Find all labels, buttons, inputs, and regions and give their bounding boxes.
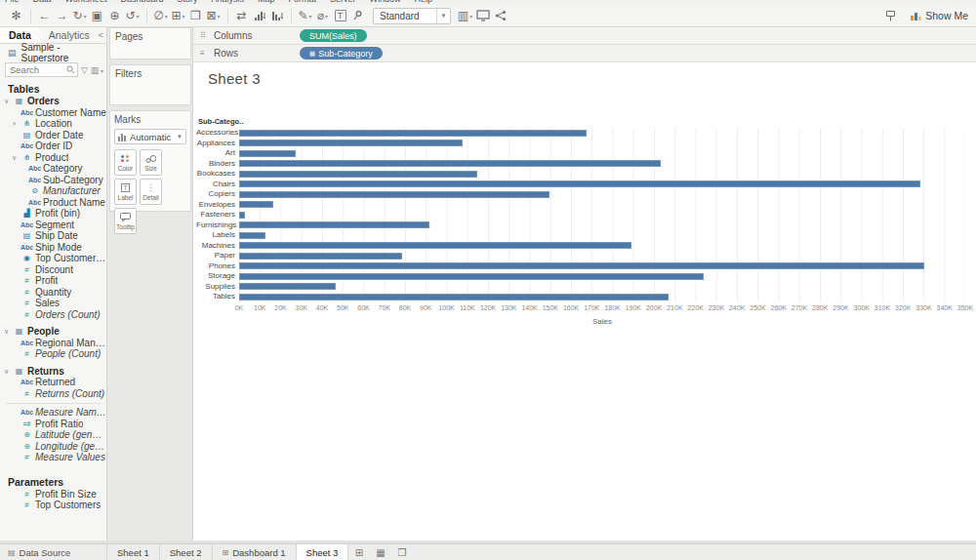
expander-icon[interactable]: v bbox=[2, 368, 11, 375]
tab-sheet-3[interactable]: Sheet 3 bbox=[297, 544, 349, 560]
new-data-source-button[interactable]: ⊕ bbox=[106, 7, 123, 25]
sum-sales-pill[interactable]: SUM(Sales) bbox=[300, 29, 367, 42]
bar-machines[interactable] bbox=[239, 242, 631, 249]
field-order-date[interactable]: ▤Order Date bbox=[0, 130, 106, 141]
expander-icon[interactable]: > bbox=[10, 120, 19, 127]
tab-sheet-1[interactable]: Sheet 1 bbox=[107, 544, 160, 560]
menu-help[interactable]: Help bbox=[415, 0, 433, 4]
tab-dashboard-1[interactable]: ⊞Dashboard 1 bbox=[213, 544, 297, 560]
menu-map[interactable]: Map bbox=[258, 0, 275, 4]
sheet-title[interactable]: Sheet 3 bbox=[193, 62, 976, 87]
bar-art[interactable] bbox=[239, 150, 296, 157]
category-label[interactable]: Phones bbox=[196, 261, 239, 272]
field-sales[interactable]: #Sales bbox=[0, 298, 106, 309]
field-measure-names[interactable]: AbcMeasure Names bbox=[0, 407, 106, 419]
category-label[interactable]: Furnishings bbox=[196, 220, 239, 231]
field-ship-date[interactable]: ▤Ship Date bbox=[0, 230, 106, 242]
presentation-mode-button[interactable] bbox=[474, 7, 491, 25]
size-button[interactable]: Size bbox=[140, 149, 162, 176]
field-sub-category[interactable]: AbcSub-Category bbox=[0, 175, 106, 186]
bar-phones[interactable] bbox=[239, 262, 924, 269]
menu-format[interactable]: Format bbox=[288, 0, 316, 4]
field-regional-manager[interactable]: AbcRegional Manager bbox=[0, 338, 106, 349]
field-discount[interactable]: #Discount bbox=[0, 264, 106, 276]
format-button[interactable]: ⌀▾ bbox=[314, 7, 331, 25]
menu-worksheet[interactable]: Worksheet bbox=[65, 0, 107, 4]
sort-ascending-button[interactable] bbox=[251, 7, 267, 25]
fit-dropdown[interactable]: Standard ▼ bbox=[373, 8, 451, 24]
text-label-button[interactable]: T bbox=[332, 7, 348, 25]
menu-file[interactable]: File bbox=[5, 0, 20, 4]
category-label[interactable]: Binders bbox=[196, 159, 239, 170]
new-dashboard-tab-button[interactable]: ▦ bbox=[370, 544, 391, 560]
bar-appliances[interactable] bbox=[239, 140, 463, 146]
category-label[interactable]: Fasteners bbox=[196, 210, 239, 220]
new-story-tab-button[interactable]: ❐ bbox=[391, 544, 413, 560]
chevron-down-icon[interactable]: ▼ bbox=[436, 9, 450, 23]
field-top-customers[interactable]: #Top Customers bbox=[0, 500, 106, 511]
show-hide-cards-button[interactable]: ▥▾ bbox=[457, 7, 473, 25]
redo-button[interactable]: → bbox=[54, 7, 70, 25]
field-returned[interactable]: AbcReturned bbox=[0, 377, 106, 388]
replay-button[interactable]: ↻▾ bbox=[71, 7, 88, 25]
bar-bookcases[interactable] bbox=[239, 171, 477, 178]
field-profit-bin-size[interactable]: #Profit Bin Size bbox=[0, 489, 106, 500]
search-input[interactable] bbox=[6, 64, 62, 75]
collapse-pane-icon[interactable]: < bbox=[99, 30, 108, 40]
bar-copiers[interactable] bbox=[239, 191, 549, 198]
field-segment[interactable]: AbcSegment bbox=[0, 220, 106, 231]
category-label[interactable]: Storage bbox=[196, 271, 239, 282]
bar-tables[interactable] bbox=[239, 294, 669, 300]
field-quantity[interactable]: #Quantity bbox=[0, 287, 106, 299]
field-customer-name[interactable]: AbcCustomer Name bbox=[0, 107, 106, 119]
field-order-id[interactable]: AbcOrder ID bbox=[0, 140, 106, 152]
save-button[interactable]: ▣ bbox=[89, 7, 105, 25]
field-ship-mode[interactable]: AbcShip Mode bbox=[0, 242, 106, 254]
category-label[interactable]: Labels bbox=[196, 230, 239, 241]
bar-envelopes[interactable] bbox=[239, 201, 273, 208]
bar-accessories[interactable] bbox=[239, 130, 587, 137]
bar-labels[interactable] bbox=[239, 232, 265, 239]
highlight-button[interactable]: ✎▾ bbox=[297, 7, 313, 25]
category-label[interactable]: Art bbox=[196, 148, 239, 159]
pages-card[interactable]: Pages bbox=[109, 27, 191, 60]
field-location[interactable]: >⋔Location bbox=[0, 118, 106, 130]
category-label[interactable]: Copiers bbox=[196, 189, 239, 200]
clear-sheet-button[interactable]: ⊠▾ bbox=[205, 7, 222, 25]
bar-paper[interactable] bbox=[239, 253, 402, 260]
filters-card[interactable]: Filters bbox=[109, 64, 191, 105]
detail-button[interactable]: ⋮Detail bbox=[140, 179, 162, 205]
menu-data[interactable]: Data bbox=[33, 0, 52, 4]
field-people[interactable]: v▦People bbox=[0, 326, 106, 338]
undo-button[interactable]: ← bbox=[36, 7, 53, 25]
mark-type-dropdown[interactable]: Automatic ▼ bbox=[114, 129, 186, 144]
menu-analysis[interactable]: Analysis bbox=[211, 0, 244, 4]
columns-shelf[interactable]: ⠿ Columns SUM(Sales) bbox=[193, 27, 976, 45]
field-profit-ratio[interactable]: =#Profit Ratio bbox=[0, 419, 106, 430]
category-label[interactable]: Machines bbox=[196, 241, 239, 252]
expander-icon[interactable]: v bbox=[2, 328, 11, 335]
category-label[interactable]: Chairs bbox=[196, 180, 239, 190]
bar-fasteners[interactable] bbox=[239, 212, 245, 219]
tooltip-button[interactable]: Tooltip bbox=[114, 208, 137, 234]
category-label[interactable]: Bookcases bbox=[196, 169, 239, 180]
tooltip-flag-icon[interactable] bbox=[882, 7, 899, 25]
category-label[interactable]: Accessories bbox=[196, 128, 239, 139]
category-label[interactable]: Envelopes bbox=[196, 200, 239, 211]
category-label[interactable]: Supplies bbox=[196, 282, 239, 293]
field-product-name[interactable]: AbcProduct Name bbox=[0, 197, 106, 209]
bar-furnishings[interactable] bbox=[239, 221, 429, 228]
share-button[interactable] bbox=[492, 7, 508, 25]
bar-storage[interactable] bbox=[239, 273, 704, 280]
field-orders[interactable]: v▦Orders bbox=[0, 96, 106, 107]
sort-descending-button[interactable] bbox=[268, 7, 285, 25]
menu-server[interactable]: Server bbox=[330, 0, 356, 4]
filter-fields-icon[interactable]: ▽ bbox=[81, 65, 88, 75]
show-me-button[interactable]: Show Me bbox=[910, 10, 968, 21]
sub-category-pill[interactable]: ▦ Sub-Category bbox=[300, 47, 383, 60]
tableau-logo[interactable]: ✻ bbox=[8, 7, 24, 25]
category-label[interactable]: Paper bbox=[196, 251, 239, 261]
pin-button[interactable] bbox=[349, 7, 366, 25]
pause-updates-button[interactable]: ∅▾ bbox=[152, 7, 169, 25]
duplicate-sheet-button[interactable]: ❐ bbox=[187, 7, 204, 25]
